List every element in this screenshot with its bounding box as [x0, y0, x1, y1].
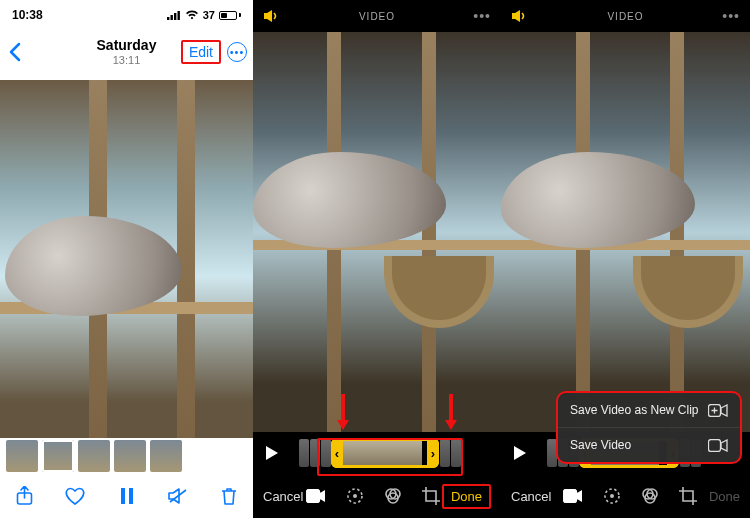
speaker-icon[interactable]: [511, 9, 529, 23]
video-tool-icon[interactable]: [563, 489, 583, 503]
photo-preview[interactable]: [0, 80, 253, 438]
save-as-new-clip-button[interactable]: Save Video as New Clip: [558, 393, 740, 427]
status-bar: 10:38 37: [0, 0, 253, 30]
svg-rect-9: [306, 490, 319, 503]
status-right: 37: [167, 9, 241, 21]
cancel-button[interactable]: Cancel: [511, 489, 551, 504]
annotation-box-icon: [317, 438, 463, 476]
editor-mode-label: VIDEO: [359, 11, 395, 22]
mute-icon[interactable]: [168, 488, 188, 504]
done-button[interactable]: Done: [442, 484, 491, 509]
video-tool-icon[interactable]: [306, 489, 326, 503]
editor-top-bar: VIDEO •••: [501, 0, 750, 32]
video-icon: [708, 439, 728, 452]
thumbnail-item[interactable]: [6, 440, 38, 472]
pane-video-trim: VIDEO ••• ‹ › Cancel: [253, 0, 501, 518]
save-action-sheet: Save Video as New Clip Save Video: [556, 391, 742, 464]
cancel-button[interactable]: Cancel: [263, 489, 303, 504]
svg-point-19: [610, 494, 614, 498]
crop-tool-icon[interactable]: [679, 487, 697, 505]
pause-icon[interactable]: [117, 488, 137, 504]
svg-rect-2: [174, 13, 176, 20]
battery-percent: 37: [203, 9, 215, 21]
bottom-toolbar: [0, 474, 253, 518]
editor-bottom-bar: Cancel Done: [501, 474, 750, 518]
thumbnail-item[interactable]: [42, 440, 74, 472]
annotation-arrow-icon: [443, 392, 459, 432]
thumbnail-item[interactable]: [114, 440, 146, 472]
thumbnail-strip[interactable]: [0, 438, 253, 474]
adjust-tool-icon[interactable]: [346, 487, 364, 505]
svg-rect-1: [170, 15, 172, 20]
done-button[interactable]: Done: [709, 489, 740, 504]
svg-point-11: [353, 494, 357, 498]
battery-icon: [219, 11, 241, 20]
filters-tool-icon[interactable]: [641, 487, 659, 505]
edit-button[interactable]: Edit: [181, 40, 221, 64]
filters-tool-icon[interactable]: [384, 487, 402, 505]
svg-rect-6: [129, 488, 133, 504]
annotation-arrow-icon: [335, 392, 351, 432]
back-button[interactable]: [8, 42, 22, 62]
svg-rect-5: [121, 488, 125, 504]
heart-icon[interactable]: [65, 487, 85, 505]
editor-top-bar: VIDEO •••: [253, 0, 501, 32]
triptych: 10:38 37 Saturday 13:11: [0, 0, 750, 518]
svg-rect-17: [564, 490, 577, 503]
svg-rect-0: [167, 17, 169, 20]
editor-bottom-bar: Cancel Done: [253, 474, 501, 518]
editor-preview[interactable]: [253, 32, 501, 432]
more-button[interactable]: •••: [227, 42, 247, 62]
editor-more-icon[interactable]: •••: [473, 8, 491, 24]
thumbnail-item[interactable]: [78, 440, 110, 472]
trash-icon[interactable]: [219, 487, 239, 505]
editor-preview[interactable]: [501, 32, 750, 432]
svg-rect-3: [177, 11, 179, 20]
editor-more-icon[interactable]: •••: [722, 8, 740, 24]
status-time: 10:38: [12, 8, 43, 22]
share-icon[interactable]: [14, 486, 34, 506]
nav-title-day: Saturday: [97, 38, 157, 53]
editor-tool-row: [306, 487, 440, 505]
svg-rect-16: [709, 439, 721, 451]
save-video-button[interactable]: Save Video: [558, 427, 740, 462]
speaker-icon[interactable]: [263, 9, 281, 23]
video-plus-icon: [708, 404, 728, 417]
nav-title: Saturday 13:11: [97, 38, 157, 65]
crop-tool-icon[interactable]: [422, 487, 440, 505]
adjust-tool-icon[interactable]: [603, 487, 621, 505]
cellular-signal-icon: [167, 11, 181, 20]
editor-mode-label: VIDEO: [607, 11, 643, 22]
nav-title-time: 13:11: [97, 54, 157, 66]
nav-bar: Saturday 13:11 Edit •••: [0, 30, 253, 74]
pane-photo-viewer: 10:38 37 Saturday 13:11: [0, 0, 253, 518]
pane-video-save-menu: VIDEO ••• ‹ › Save Video as Ne: [501, 0, 750, 518]
menu-item-label: Save Video as New Clip: [570, 403, 699, 417]
editor-tool-row: [563, 487, 697, 505]
menu-item-label: Save Video: [570, 438, 631, 452]
wifi-icon: [185, 10, 199, 20]
play-icon[interactable]: [261, 445, 283, 461]
play-icon[interactable]: [509, 445, 531, 461]
thumbnail-item[interactable]: [150, 440, 182, 472]
